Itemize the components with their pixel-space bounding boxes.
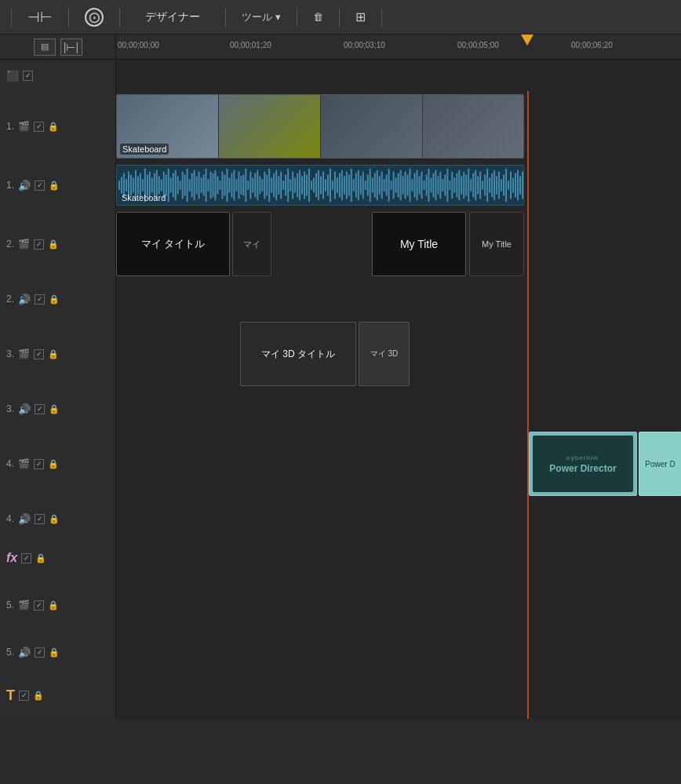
svg-rect-50 [233,170,235,200]
track4-audio-num: 4. [6,513,14,524]
svg-rect-2 [121,177,122,193]
svg-rect-38 [206,169,207,202]
track5-checkbox[interactable]: ✓ [34,600,44,611]
svg-rect-116 [388,169,390,202]
toolbar: ⊣⊢ ⊙ デザイナー ツール ▾ 🗑 ⊞ [0,0,681,35]
skateboard-audio-clip[interactable]: Skateboard [116,165,524,206]
svg-rect-149 [465,175,467,196]
track1-audio-checkbox[interactable]: ✓ [35,181,45,191]
svg-rect-144 [453,177,455,192]
track5-video-content [116,578,681,633]
power-director-clip[interactable]: cyberlink Power Director [529,432,637,496]
svg-rect-124 [407,175,409,196]
svg-rect-40 [210,172,212,199]
track3-audio-checkbox[interactable]: ✓ [35,404,45,414]
track1-video-icon: 🎬 [18,121,30,132]
track4-audio-row: 4. 🔊 ✓ 🔒 [0,499,681,538]
trash-button[interactable]: 🗑 [307,8,330,26]
svg-rect-36 [201,177,202,192]
svg-rect-73 [287,169,289,202]
svg-rect-82 [308,169,310,202]
track4-audio-checkbox[interactable]: ✓ [35,514,45,524]
track2-checkbox[interactable]: ✓ [34,239,44,250]
svg-rect-71 [282,181,284,190]
svg-rect-129 [419,176,421,194]
svg-rect-156 [482,181,483,190]
skateboard-video-clip[interactable]: Skateboard [116,94,524,159]
panel-button[interactable]: ⊞ [349,6,372,27]
track5-audio-checkbox[interactable]: ✓ [35,647,45,658]
toolbar-divider-6 [339,8,340,27]
circle-button[interactable]: ⊙ [78,5,110,30]
playhead-line-track2-audio [527,279,529,319]
mai-3d-title-label: マイ 3D タイトル [261,348,335,361]
track2-audio-checkbox[interactable]: ✓ [35,294,45,304]
track1-checkbox[interactable]: ✓ [34,122,44,132]
track2-audio-num: 2. [6,294,14,304]
track3-checkbox[interactable]: ✓ [34,349,44,359]
timecode-ruler: 00;00;00;00 00;00;01;20 00;00;03;10 00;0… [116,35,681,59]
svg-rect-133 [428,169,429,202]
svg-rect-95 [339,173,340,198]
track2-audio-label: 2. 🔊 ✓ 🔒 [0,279,116,319]
master-checkbox[interactable]: ✓ [23,71,33,81]
svg-rect-114 [384,179,385,191]
svg-rect-4 [126,179,127,191]
text-track-content [116,672,681,719]
track1-video-content: Skateboard [116,91,681,162]
svg-rect-105 [362,172,364,199]
svg-rect-94 [337,177,338,192]
view-toggle[interactable]: ▤ [34,38,56,56]
svg-rect-60 [257,170,258,200]
mai-3d-title-clip[interactable]: マイ 3D タイトル [240,322,356,386]
svg-rect-157 [484,175,486,196]
fx-checkbox[interactable]: ✓ [21,553,31,563]
my-title-label: My Title [400,238,438,250]
svg-rect-72 [285,175,286,196]
track3-video-icon: 🎬 [18,348,30,359]
track1-audio-num: 1. [6,180,14,191]
svg-rect-42 [215,170,217,200]
track3-video-label: 3. 🎬 ✓ 🔒 [0,319,116,389]
track4-audio-content [116,499,681,538]
track4-checkbox[interactable]: ✓ [34,459,44,469]
track1-audio-row: 1. 🔊 ✓ 🔒 Skateboard [0,162,681,209]
tools-label: ツール [242,10,272,24]
svg-rect-98 [346,172,348,199]
track2-video-content: マイ タイトル マイ My Title My Title [116,209,681,279]
split-button[interactable]: ⊣⊢ [21,5,59,29]
svg-rect-125 [410,169,411,202]
svg-rect-49 [231,173,232,198]
svg-rect-54 [242,175,244,196]
power-director-clip-2[interactable]: Power D [639,432,681,496]
my-title-clip-2[interactable]: My Title [469,212,524,276]
mai-title-short-label: マイ [243,239,260,250]
snap-toggle[interactable]: |⊢| [60,38,82,56]
svg-rect-148 [463,172,464,199]
tracks-area[interactable]: ⬛ ✓ 1. 🎬 ✓ 🔒 Skateb [0,60,681,784]
fx-icon: fx [6,551,17,565]
svg-rect-152 [472,173,474,198]
svg-rect-151 [470,179,472,191]
text-lock-icon: 🔒 [33,691,44,701]
toolbar-divider-4 [225,8,226,27]
track5-audio-lock-icon: 🔒 [49,647,60,658]
mai-title-clip[interactable]: マイ タイトル [116,212,230,276]
text-checkbox[interactable]: ✓ [19,691,29,701]
svg-rect-85 [315,173,317,198]
playhead-line-track3-video [527,319,529,389]
svg-rect-118 [393,172,395,199]
mai-title-clip-partial[interactable]: マイ [232,212,271,276]
svg-rect-108 [370,169,371,202]
power-director-short-label: Power D [645,460,675,469]
svg-rect-76 [294,177,296,192]
skateboard-label-1: Skateboard [120,144,169,155]
fx-track-row: fx ✓ 🔒 [0,538,681,578]
svg-rect-167 [508,181,509,190]
fx-track-content [116,538,681,578]
mai-3d-title-clip-partial[interactable]: マイ 3D [359,322,410,386]
svg-rect-162 [496,176,497,194]
svg-rect-79 [301,176,303,194]
my-title-clip[interactable]: My Title [372,212,466,276]
tools-button[interactable]: ツール ▾ [235,7,287,27]
